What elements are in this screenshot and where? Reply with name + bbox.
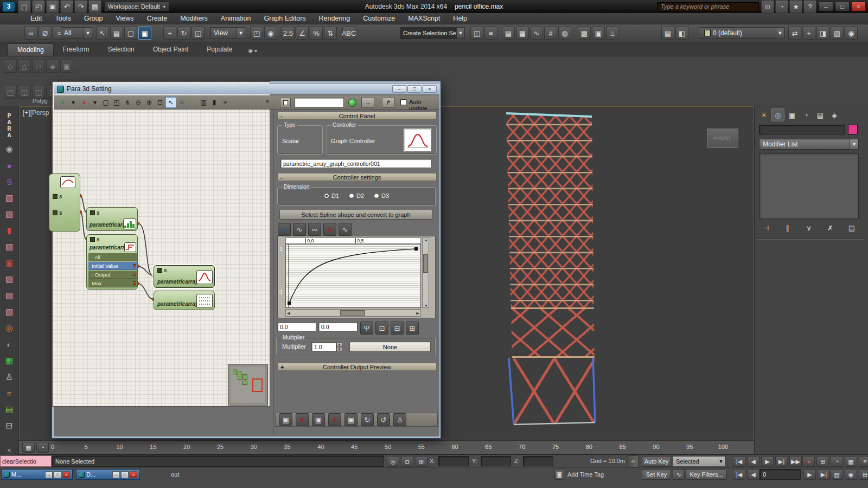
material-editor-icon[interactable]: ◍ [558, 27, 571, 40]
tab-create[interactable]: ☀ [757, 108, 770, 121]
timeline-tick-20[interactable]: 20 [183, 444, 190, 450]
community-icon[interactable]: ◔ [775, 0, 788, 13]
menu-item-modifiers[interactable]: Modifiers [174, 13, 214, 24]
reload-icon[interactable]: ↺ [377, 413, 390, 426]
graph-controller-thumbnail[interactable] [404, 129, 432, 152]
timeline-tick-65[interactable]: 65 [485, 444, 492, 450]
rect-selection-region-icon[interactable]: ▢ [124, 27, 137, 40]
ribbon-tool-icon[interactable]: ◲ [32, 86, 45, 99]
para-box-icon[interactable]: ▧ [2, 305, 16, 319]
zoom-horiz-extents-icon[interactable]: ⊟ [391, 322, 404, 335]
layer-manager-icon[interactable]: ▤ [502, 27, 515, 40]
node-parametricarray-3-selected[interactable]: s parametricarray [154, 265, 215, 288]
toggle-layer-icon[interactable]: ⇄ [788, 27, 801, 40]
node-row-output[interactable]: - Output [88, 271, 137, 279]
node-graph-canvas[interactable]: s s s parametricarray s parametricarray … [52, 81, 270, 407]
node-parametricarray-4[interactable]: parametricarray [154, 291, 215, 310]
snap-frame-icon[interactable]: ⊞ [816, 456, 829, 467]
para-rgb-icon[interactable]: ▦ [2, 354, 16, 368]
node-row-initial-value[interactable]: Initial Value [88, 262, 137, 270]
zoom-value-extents-icon[interactable]: ⊞ [406, 322, 419, 335]
paint-layer-icon[interactable]: ▧ [831, 27, 844, 40]
curve-tool-icon[interactable]: ∿ [339, 223, 352, 236]
tab-freeform[interactable]: Freeform [54, 43, 99, 56]
para-box-icon[interactable]: ▧ [2, 207, 16, 221]
select-spline-button[interactable]: Select Spline shape and convert to graph [279, 210, 432, 220]
radio-d1[interactable]: D1 [324, 192, 339, 199]
property-editor-icon[interactable]: ◧ [675, 27, 688, 40]
para-material-icon[interactable]: ◐ [2, 337, 16, 351]
add-key-icon[interactable]: ⊞ [859, 469, 868, 480]
render-production-icon[interactable]: ♨ [606, 27, 619, 40]
dialog-minimize-button[interactable]: – [392, 85, 406, 93]
mini-listener-field[interactable]: clearSelectio [0, 455, 52, 467]
tab-display[interactable]: ▤ [814, 108, 827, 121]
node-parametricarray-2[interactable]: s parametricarray - All Initial Value - … [86, 234, 138, 290]
timeline-tick-80[interactable]: 80 [586, 444, 592, 450]
key-time-field[interactable]: 0.0 [277, 322, 316, 331]
grid-display-icon[interactable]: ▦ [845, 456, 857, 467]
curve-editor-icon[interactable]: ∿ [530, 27, 543, 40]
minimap[interactable] [228, 364, 268, 406]
new-file-icon[interactable]: ▢ [18, 0, 31, 13]
restore-icon[interactable]: □ [54, 471, 61, 478]
mirror-icon[interactable]: ◫ [470, 27, 483, 40]
close-icon[interactable]: × [62, 471, 70, 478]
spinner-snap-icon[interactable]: ⇅ [324, 27, 337, 40]
para-torus-icon[interactable]: ◎ [2, 321, 16, 335]
window-crossing-icon[interactable]: ▣ [138, 27, 151, 40]
schematic-view-icon[interactable]: # [544, 27, 557, 40]
open-file-icon[interactable]: ◰ [32, 0, 45, 13]
current-frame-field[interactable]: 0 [760, 469, 801, 480]
curve-plot[interactable] [285, 244, 421, 308]
minimize-button[interactable]: – [819, 2, 833, 11]
isolate-mode-icon[interactable]: ◎ [387, 456, 399, 467]
search-input[interactable] [657, 2, 759, 11]
menu-item-graph-editors[interactable]: Graph Editors [257, 13, 312, 24]
timeline-tick-85[interactable]: 85 [619, 444, 626, 450]
render-setup-icon[interactable]: ▩ [578, 27, 591, 40]
timeline-tick-0[interactable]: 0 [51, 444, 54, 450]
app-logo-icon[interactable]: 3 [2, 2, 15, 12]
menu-item-edit[interactable]: Edit [24, 13, 49, 24]
paste-controller-icon[interactable]: ▣ [312, 413, 325, 426]
timeline-tick-40[interactable]: 40 [317, 444, 324, 450]
node-parametricarray-source[interactable]: s s [52, 174, 80, 232]
binoculars-icon[interactable]: ⊙ [761, 0, 774, 13]
clock-icon[interactable]: ◔ [36, 442, 49, 453]
options-icon[interactable]: ≡ [859, 456, 868, 467]
set-keys-record-icon[interactable]: ● [802, 456, 815, 467]
workspace-grid-icon[interactable]: ▦ [88, 0, 101, 13]
draw-curve-icon[interactable]: ∿ [293, 223, 306, 236]
scene-explorer-icon[interactable]: ▤ [661, 27, 674, 40]
go-end2-icon[interactable]: ▶| [818, 469, 830, 480]
ribbon-tool-icon[interactable]: ◇ [4, 60, 17, 73]
tab-object-paint[interactable]: Object Paint [144, 43, 197, 56]
corner-out-button[interactable]: ↱ [382, 97, 395, 108]
maximize-button[interactable]: □ [835, 2, 850, 11]
angle-snap-icon[interactable]: ∠ [296, 27, 309, 40]
select-key-icon[interactable]: ◉ [845, 469, 857, 480]
workspace-combo[interactable]: Workspace: Default ▾ [104, 2, 169, 11]
select-layer-objects-icon[interactable]: ◨ [816, 27, 829, 40]
para-point-icon[interactable]: ▣ [2, 256, 16, 270]
ribbon-tool-icon[interactable]: ▣ [60, 60, 73, 73]
scrollbar-thumb[interactable] [423, 254, 428, 273]
ribbon-tool-icon[interactable]: ◰ [4, 86, 17, 99]
swatch-button[interactable] [280, 98, 291, 107]
controller-name-field[interactable]: parametric_array_graph_controller001 [280, 159, 431, 168]
reference-coordinate-combo[interactable]: View▼ [210, 27, 245, 39]
controller-settings-rollout[interactable]: - Controller settings [277, 173, 437, 181]
timeline-tick-45[interactable]: 45 [351, 444, 358, 450]
timeline-tick-50[interactable]: 50 [385, 444, 391, 450]
para-box-icon[interactable]: ▧ [2, 240, 16, 254]
timeline-tick-35[interactable]: 35 [284, 444, 290, 450]
percent-snap-icon[interactable]: % [310, 27, 323, 40]
delete-controller-icon[interactable]: ✗ [296, 413, 309, 426]
menu-item-maxscript[interactable]: MAXScript [401, 13, 446, 24]
expression-field[interactable] [294, 98, 344, 107]
mini-curve-icon[interactable]: ▤ [831, 469, 843, 480]
viewport-label[interactable]: [+][Persp [23, 109, 49, 117]
scroll-left-icon[interactable]: < [8, 447, 11, 455]
curve-graph-widget[interactable]: 0,0 0,5 1 0 ▲▼ ◀▶ [277, 236, 436, 318]
